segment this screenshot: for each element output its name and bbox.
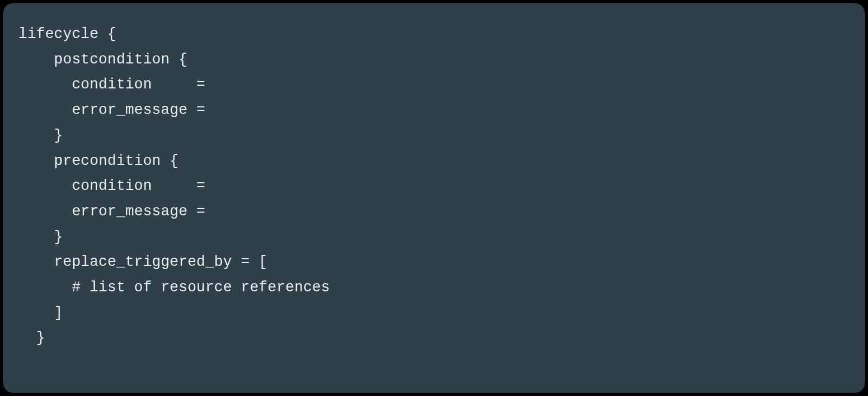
code-line: lifecycle {: [18, 26, 116, 42]
code-line: condition =: [18, 178, 205, 194]
code-comment-line: # list of resource references: [18, 279, 330, 296]
code-content: lifecycle { postcondition { condition = …: [18, 22, 850, 351]
code-line: }: [18, 229, 63, 245]
code-line: condition =: [18, 76, 205, 93]
code-line: }: [18, 127, 63, 144]
code-line: replace_triggered_by = [: [18, 254, 267, 270]
code-line: precondition {: [18, 153, 178, 169]
code-block: lifecycle { postcondition { condition = …: [3, 3, 865, 393]
code-line: postcondition {: [18, 52, 188, 68]
code-line: ]: [18, 305, 63, 321]
code-line: error_message =: [18, 203, 205, 220]
code-line: }: [18, 330, 45, 346]
code-line: error_message =: [18, 102, 205, 118]
